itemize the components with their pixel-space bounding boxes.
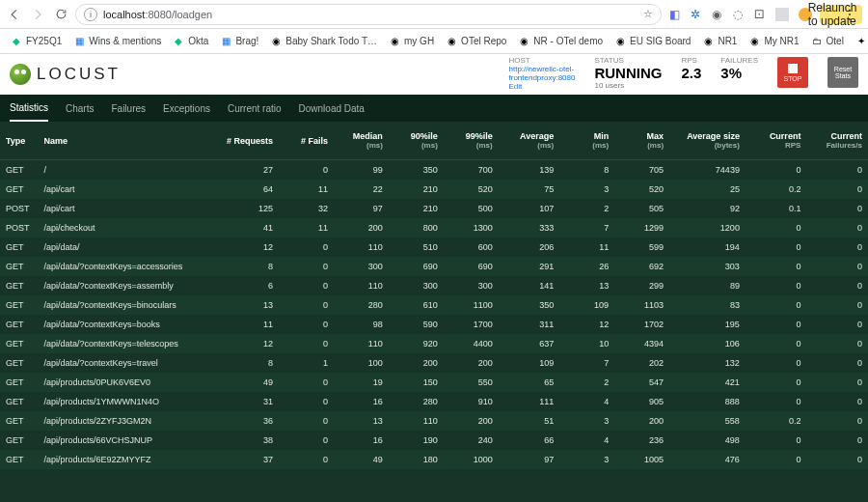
reset-stats-button[interactable]: Reset Stats [827, 57, 858, 88]
col-type[interactable]: Type [0, 122, 38, 160]
logo[interactable]: LOCUST [10, 64, 121, 85]
bookmark-label: OTel Repo [461, 36, 506, 46]
bookmark-item[interactable]: ▦Wins & mentions [68, 34, 166, 49]
table-row[interactable]: GET/api/cart641122210520753520250.20 [0, 180, 868, 199]
bookmark-label: EU SIG Board [630, 36, 691, 46]
col-p90[interactable]: 90%ile(ms) [389, 122, 444, 160]
address-bar[interactable]: i localhost:8080/loadgen ☆ [75, 4, 662, 25]
bookmark-item[interactable]: ◆Okta [168, 34, 213, 49]
cell-requests: 8 [218, 353, 280, 373]
forward-button[interactable] [29, 6, 46, 23]
gh-icon: ◉ [614, 36, 626, 47]
cell-avg: 333 [499, 218, 560, 237]
col-rps[interactable]: CurrentRPS [746, 122, 807, 160]
col-avgsize[interactable]: Average size(bytes) [669, 122, 746, 160]
col-median[interactable]: Median(ms) [334, 122, 389, 160]
table-row[interactable]: GET/api/products/6E92ZMYYFZ3704918010009… [0, 450, 868, 469]
ext-icon-2[interactable]: ✲ [689, 8, 702, 21]
tab-charts[interactable]: Charts [66, 97, 94, 121]
col-name[interactable]: Name [38, 122, 217, 160]
cell-p99: 1100 [444, 295, 499, 315]
bookmark-item[interactable]: ◉Baby Shark Todo T… [265, 34, 382, 49]
col-p99[interactable]: 99%ile(ms) [444, 122, 499, 160]
col-min[interactable]: Min(ms) [559, 122, 614, 160]
bookmark-item[interactable]: ◉NR - OTel demo [513, 34, 608, 49]
cell-rps: 0 [746, 334, 807, 353]
col-failps[interactable]: CurrentFailures/s [806, 122, 868, 160]
table-row[interactable]: GET/api/data/?contextKeys=accessories803… [0, 257, 868, 276]
ext-icon-1[interactable]: ◧ [667, 8, 681, 21]
table-row[interactable]: GET/api/data/?contextKeys=telescopes1201… [0, 334, 868, 353]
star-icon[interactable]: ☆ [643, 8, 653, 20]
cell-name: /api/products/0PUK6V6EV0 [38, 373, 217, 392]
bookmark-item[interactable]: ◉EU SIG Board [610, 34, 695, 49]
cell-median: 110 [334, 237, 389, 257]
table-row[interactable]: GET/api/data/?contextKeys=travel81100200… [0, 353, 868, 373]
bookmark-item[interactable]: ◉My NR1 [744, 34, 803, 49]
relaunch-button[interactable]: Relaunch to update⋮ [820, 5, 862, 24]
cell-avg: 311 [499, 315, 560, 334]
cell-requests: 6 [218, 276, 280, 295]
bookmark-item[interactable]: ◉my GH [384, 34, 439, 49]
cell-rps: 0 [746, 392, 807, 411]
bookmark-item[interactable]: ✦Blog Cally [851, 34, 868, 49]
ext-icon-3[interactable]: ◉ [710, 8, 723, 21]
puzzle-icon[interactable]: ⚀ [752, 8, 766, 21]
table-row[interactable]: GET/api/data/?contextKeys=assembly601103… [0, 276, 868, 295]
cell-median: 16 [334, 431, 389, 450]
bookmark-item[interactable]: ▦Brag! [215, 34, 263, 49]
tab-current-ratio[interactable]: Current ratio [228, 97, 282, 121]
table-row[interactable]: GET/api/products/1YMWWN1N4O3101628091011… [0, 392, 868, 411]
stats-table-wrap[interactable]: Type Name # Requests # Fails Median(ms) … [0, 122, 868, 502]
cell-requests: 12 [218, 334, 280, 353]
table-row[interactable]: GET/api/data/?contextKeys=binoculars1302… [0, 295, 868, 315]
cell-requests: 64 [218, 180, 280, 199]
tab-statistics[interactable]: Statistics [10, 96, 48, 122]
table-row[interactable]: GET/api/products/0PUK6V6EV04901915055065… [0, 373, 868, 392]
cell-median: 19 [334, 373, 389, 392]
bookmark-item[interactable]: 🗀Otel [806, 34, 849, 49]
gh-icon: ◉ [446, 36, 457, 47]
cell-failps: 0 [806, 180, 868, 199]
cell-min: 13 [559, 276, 614, 295]
back-button[interactable] [6, 6, 23, 23]
cell-fails: 0 [279, 334, 334, 353]
cell-max: 202 [614, 353, 669, 373]
tab-exceptions[interactable]: Exceptions [163, 97, 210, 121]
bookmark-label: My NR1 [764, 36, 799, 46]
col-max[interactable]: Max(ms) [614, 122, 669, 160]
site-info-icon[interactable]: i [84, 8, 97, 21]
cell-fails: 0 [279, 450, 334, 469]
ext-icon-4[interactable]: ◌ [731, 8, 745, 21]
cell-median: 200 [334, 218, 389, 237]
cell-type: GET [0, 392, 38, 411]
table-row[interactable]: GET/api/products/2ZYFJ3GM2N3601311020051… [0, 411, 868, 431]
cell-fails: 0 [279, 257, 334, 276]
cell-name: /api/checkout [38, 218, 217, 237]
table-row[interactable]: POST/api/cart12532972105001072505920.10 [0, 199, 868, 218]
bookmark-item[interactable]: ◉OTel Repo [441, 34, 511, 49]
cell-median: 280 [334, 295, 389, 315]
stop-button[interactable]: STOP [777, 57, 808, 88]
cell-failps: 0 [806, 257, 868, 276]
table-row[interactable]: GET/api/data/1201105106002061159919400 [0, 237, 868, 257]
table-row[interactable]: POST/api/checkout41112008001300333712991… [0, 218, 868, 237]
cell-name: /api/products/66VCHSJNUP [38, 431, 217, 450]
status-info: STATUS RUNNING 10 users [594, 57, 662, 90]
cell-failps: 0 [806, 276, 868, 295]
bookmark-item[interactable]: ◉NR1 [697, 34, 742, 49]
col-requests[interactable]: # Requests [218, 122, 280, 160]
col-fails[interactable]: # Fails [279, 122, 334, 160]
tab-download-data[interactable]: Download Data [299, 97, 365, 121]
edit-link[interactable]: Edit [509, 83, 576, 92]
reload-button[interactable] [52, 6, 69, 23]
tab-failures[interactable]: Failures [111, 97, 146, 121]
bookmark-item[interactable]: ◆FY25Q1 [6, 34, 67, 49]
cell-min: 2 [559, 373, 614, 392]
col-avg[interactable]: Average(ms) [499, 122, 560, 160]
table-row[interactable]: GET/api/data/?contextKeys=books110985901… [0, 315, 868, 334]
url-text: localhost:8080/loadgen [103, 9, 212, 20]
cell-type: POST [0, 199, 38, 218]
table-row[interactable]: GET/api/products/66VCHSJNUP3801619024066… [0, 431, 868, 450]
table-row[interactable]: GET/2709935070013987057443900 [0, 160, 868, 180]
